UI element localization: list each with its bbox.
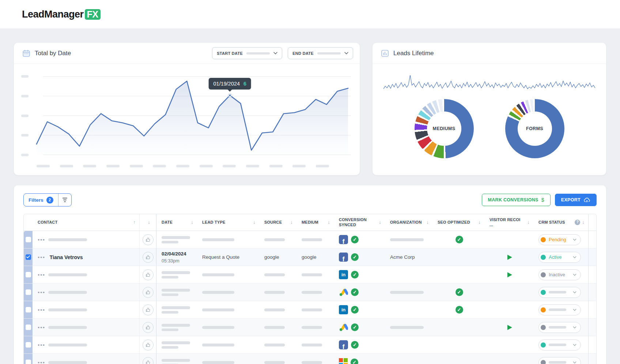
column-header-crm-status[interactable]: CRM STATUS?↓ <box>533 214 588 231</box>
column-header-conversion-synced[interactable]: CONVERSION SYNCED↓ <box>334 214 385 231</box>
skeleton-bar <box>302 361 322 364</box>
skeleton-bar <box>162 289 190 292</box>
organization-name: Acme Corp <box>390 254 415 260</box>
filters-button[interactable]: Filters 2 <box>23 193 72 206</box>
column-label-seo-optimized: SEO OPTIMIZED <box>438 220 470 225</box>
mark-conversions-button[interactable]: MARK CONVERSIONS $ <box>482 194 551 206</box>
bar-chart-icon <box>381 49 389 58</box>
column-header-source[interactable]: SOURCE↓ <box>259 214 296 231</box>
column-header-select <box>24 214 33 231</box>
filters-count-badge: 2 <box>46 197 53 204</box>
crm-status-dropdown[interactable] <box>538 287 581 298</box>
status-label: Active <box>549 254 570 260</box>
synced-check-icon: ✓ <box>455 306 463 314</box>
linkedin-icon: in <box>339 305 348 314</box>
skeleton-bar <box>162 276 178 278</box>
tooltip-value: 6 <box>243 81 246 87</box>
row-checkbox[interactable] <box>26 272 31 277</box>
skeleton-bar <box>162 271 190 274</box>
skeleton-bar <box>162 324 190 327</box>
column-header-visitor-recording[interactable]: VISITOR RECOI ...↓ <box>484 214 533 231</box>
thumbs-up-icon <box>145 272 151 278</box>
facebook-icon: f <box>339 340 348 349</box>
row-checkbox[interactable] <box>26 325 31 330</box>
cloud-upload-icon <box>583 197 590 203</box>
row-checkbox[interactable] <box>26 254 31 260</box>
sort-down-icon: ↓ <box>328 219 330 225</box>
thumbs-up-icon <box>145 342 151 348</box>
chevron-down-icon <box>573 256 576 258</box>
skeleton-bar <box>162 311 178 314</box>
play-recording-button[interactable] <box>507 325 512 330</box>
skeleton-bar <box>264 361 285 364</box>
dollar-icon: $ <box>541 197 544 203</box>
row-checkbox[interactable] <box>26 307 31 312</box>
column-header-organization[interactable]: ORGANIZATION↓ <box>385 214 432 231</box>
chart-tooltip-point <box>228 94 231 97</box>
chevron-down-icon <box>573 361 576 364</box>
sort-down-icon: ↓ <box>426 219 429 225</box>
start-date-select[interactable]: START DATE <box>212 47 282 59</box>
end-date-select[interactable]: END DATE <box>288 47 353 59</box>
synced-check-icon: ✓ <box>351 306 359 314</box>
google-ads-icon <box>339 288 348 297</box>
play-recording-button[interactable] <box>507 272 512 277</box>
skeleton-bar <box>264 291 285 294</box>
column-header-seo-optimized[interactable]: SEO OPTIMIZED↓ <box>432 214 484 231</box>
sort-down-icon: ↓ <box>290 219 293 225</box>
filter-funnel-button[interactable] <box>58 194 71 206</box>
thumbs-up-button[interactable] <box>143 357 154 364</box>
sort-up-icon: ↑ <box>133 219 136 225</box>
play-recording-button[interactable] <box>507 255 512 260</box>
thumbs-up-button[interactable] <box>143 304 154 315</box>
chart-tooltip: 01/19/2024 6 <box>209 78 252 90</box>
thumbs-up-button[interactable] <box>143 234 154 245</box>
thumbs-up-button[interactable] <box>143 252 154 263</box>
crm-status-dropdown[interactable]: Active <box>538 252 581 263</box>
skeleton-bar <box>202 273 234 276</box>
synced-check-icon: ✓ <box>351 341 359 349</box>
thumbs-up-button[interactable] <box>143 322 154 333</box>
column-label-medium: MEDIUM <box>302 220 318 225</box>
help-icon[interactable]: ? <box>575 220 580 225</box>
synced-check-icon: ✓ <box>351 271 359 278</box>
x-axis-skeleton-ticks <box>19 160 351 175</box>
table-row: ●●●✓ <box>24 354 596 364</box>
contact-name: Tiana Vetrovs <box>50 254 83 260</box>
row-checkbox[interactable] <box>26 237 31 242</box>
lead-date: 02/04/2024 <box>162 251 186 257</box>
column-header-date[interactable]: DATE↓ <box>156 214 197 231</box>
crm-status-dropdown[interactable] <box>538 304 581 315</box>
thumbs-up-button[interactable] <box>143 340 154 350</box>
skeleton-bar <box>302 291 322 294</box>
thumbs-up-button[interactable] <box>143 287 154 298</box>
crm-status-dropdown[interactable]: Pending <box>538 234 581 245</box>
crm-status-dropdown[interactable]: Inactive <box>538 269 581 280</box>
crm-status-dropdown[interactable] <box>538 357 581 364</box>
thumbs-up-icon <box>145 307 151 313</box>
crm-status-dropdown[interactable] <box>538 322 581 333</box>
export-button[interactable]: EXPORT <box>555 194 597 206</box>
synced-check-icon: ✓ <box>351 253 359 261</box>
column-label-contact: CONTACT <box>38 220 57 225</box>
brand-suffix-badge: FX <box>85 9 101 20</box>
sort-down-icon: ↓ <box>253 219 256 225</box>
crm-status-dropdown[interactable] <box>538 340 581 350</box>
leads-lifetime-card: Leads Lifetime MEDIUMS FORMS <box>372 42 606 175</box>
thumbs-up-button[interactable] <box>143 269 154 280</box>
lead-source: google <box>264 254 279 260</box>
drag-dots-icon: ●●● <box>38 326 45 329</box>
row-checkbox[interactable] <box>26 360 31 364</box>
synced-check-icon: ✓ <box>351 288 359 296</box>
row-checkbox[interactable] <box>26 289 31 295</box>
skeleton-bar <box>302 273 322 276</box>
row-checkbox[interactable] <box>26 342 31 348</box>
column-header-contact[interactable]: CONTACT↑ <box>33 214 139 231</box>
column-header-lead-type[interactable]: LEAD TYPE↓ <box>197 214 259 231</box>
skeleton-bar <box>48 308 87 311</box>
column-label-organization: ORGANIZATION <box>390 220 422 225</box>
column-header-favorite[interactable]: ↓ <box>139 214 156 231</box>
chevron-down-icon <box>273 52 277 54</box>
column-header-medium[interactable]: MEDIUM↓ <box>296 214 334 231</box>
status-label: Pending <box>549 237 570 242</box>
